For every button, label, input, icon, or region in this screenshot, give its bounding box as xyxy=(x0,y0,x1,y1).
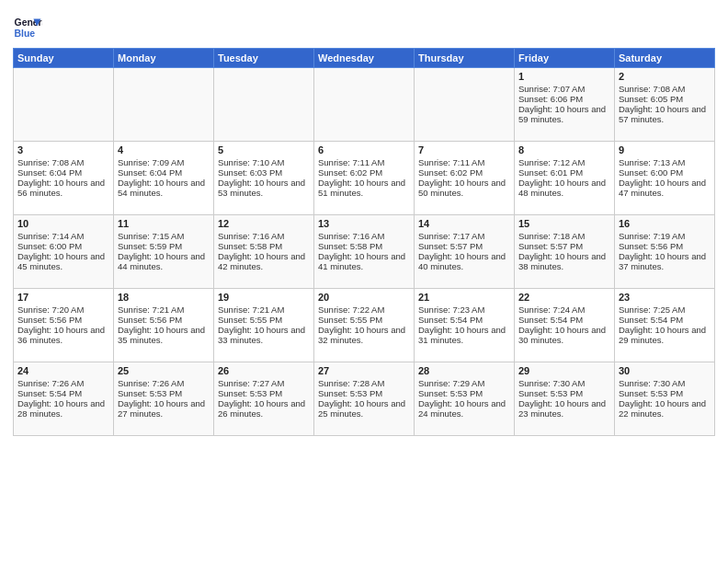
cell-content: Sunset: 6:02 PM xyxy=(418,167,510,178)
calendar-cell: 19Sunrise: 7:21 AMSunset: 5:55 PMDayligh… xyxy=(214,289,314,362)
cell-content: Daylight: 10 hours and 48 minutes. xyxy=(518,178,610,198)
calendar-cell xyxy=(314,68,415,142)
logo: General Blue xyxy=(13,13,42,42)
cell-content: Sunset: 5:53 PM xyxy=(318,388,410,398)
day-number: 30 xyxy=(619,365,711,376)
cell-content: Sunrise: 7:16 AM xyxy=(218,231,310,241)
cell-content: Sunrise: 7:26 AM xyxy=(118,378,210,388)
day-number: 1 xyxy=(518,71,610,82)
cell-content: Sunset: 5:58 PM xyxy=(218,241,310,251)
calendar-cell: 30Sunrise: 7:30 AMSunset: 5:53 PMDayligh… xyxy=(615,362,715,436)
cell-content: Daylight: 10 hours and 36 minutes. xyxy=(17,325,109,345)
day-number: 4 xyxy=(118,144,210,155)
calendar-cell: 25Sunrise: 7:26 AMSunset: 5:53 PMDayligh… xyxy=(114,362,214,436)
cell-content: Daylight: 10 hours and 37 minutes. xyxy=(619,251,711,271)
calendar-cell: 20Sunrise: 7:22 AMSunset: 5:55 PMDayligh… xyxy=(314,289,415,362)
calendar-table: SundayMondayTuesdayWednesdayThursdayFrid… xyxy=(13,48,715,436)
cell-content: Sunrise: 7:07 AM xyxy=(518,84,610,94)
cell-content: Daylight: 10 hours and 44 minutes. xyxy=(118,251,210,271)
cell-content: Daylight: 10 hours and 47 minutes. xyxy=(619,178,711,198)
cell-content: Sunset: 5:56 PM xyxy=(17,315,109,325)
day-number: 17 xyxy=(17,292,109,303)
cell-content: Daylight: 10 hours and 45 minutes. xyxy=(17,251,109,271)
cell-content: Daylight: 10 hours and 26 minutes. xyxy=(218,398,310,419)
logo-icon: General Blue xyxy=(13,13,42,42)
cell-content: Sunset: 6:05 PM xyxy=(619,94,711,104)
calendar-cell: 2Sunrise: 7:08 AMSunset: 6:05 PMDaylight… xyxy=(615,68,715,142)
cell-content: Sunrise: 7:27 AM xyxy=(218,378,310,388)
weekday-header: Wednesday xyxy=(314,49,415,68)
cell-content: Sunrise: 7:08 AM xyxy=(619,84,711,94)
calendar-cell xyxy=(114,68,214,142)
calendar-week-row: 3Sunrise: 7:08 AMSunset: 6:04 PMDaylight… xyxy=(14,142,715,215)
calendar-cell: 17Sunrise: 7:20 AMSunset: 5:56 PMDayligh… xyxy=(14,289,114,362)
calendar-cell: 12Sunrise: 7:16 AMSunset: 5:58 PMDayligh… xyxy=(214,215,314,289)
cell-content: Daylight: 10 hours and 41 minutes. xyxy=(318,251,410,271)
day-number: 7 xyxy=(418,144,510,155)
cell-content: Sunrise: 7:21 AM xyxy=(218,304,310,315)
cell-content: Daylight: 10 hours and 42 minutes. xyxy=(218,251,310,271)
calendar-cell: 14Sunrise: 7:17 AMSunset: 5:57 PMDayligh… xyxy=(415,215,515,289)
cell-content: Sunrise: 7:12 AM xyxy=(518,157,610,167)
calendar-cell: 26Sunrise: 7:27 AMSunset: 5:53 PMDayligh… xyxy=(214,362,314,436)
cell-content: Sunset: 5:54 PM xyxy=(17,388,109,398)
calendar-week-row: 1Sunrise: 7:07 AMSunset: 6:06 PMDaylight… xyxy=(14,68,715,142)
cell-content: Sunrise: 7:26 AM xyxy=(17,378,109,388)
cell-content: Sunrise: 7:23 AM xyxy=(418,304,510,315)
cell-content: Sunset: 6:04 PM xyxy=(118,167,210,178)
calendar-cell: 16Sunrise: 7:19 AMSunset: 5:56 PMDayligh… xyxy=(615,215,715,289)
cell-content: Sunrise: 7:09 AM xyxy=(118,157,210,167)
weekday-header: Sunday xyxy=(14,49,114,68)
calendar-cell: 6Sunrise: 7:11 AMSunset: 6:02 PMDaylight… xyxy=(314,142,415,215)
day-number: 18 xyxy=(118,292,210,303)
calendar-cell: 13Sunrise: 7:16 AMSunset: 5:58 PMDayligh… xyxy=(314,215,415,289)
weekday-header: Saturday xyxy=(615,49,715,68)
weekday-header: Thursday xyxy=(415,49,515,68)
calendar-week-row: 24Sunrise: 7:26 AMSunset: 5:54 PMDayligh… xyxy=(14,362,715,436)
cell-content: Sunset: 5:53 PM xyxy=(118,388,210,398)
calendar-cell: 10Sunrise: 7:14 AMSunset: 6:00 PMDayligh… xyxy=(14,215,114,289)
calendar-cell: 23Sunrise: 7:25 AMSunset: 5:54 PMDayligh… xyxy=(615,289,715,362)
cell-content: Daylight: 10 hours and 27 minutes. xyxy=(118,398,210,419)
weekday-header: Tuesday xyxy=(214,49,314,68)
calendar-cell xyxy=(214,68,314,142)
cell-content: Daylight: 10 hours and 50 minutes. xyxy=(418,178,510,198)
weekday-header: Friday xyxy=(515,49,615,68)
calendar-week-row: 17Sunrise: 7:20 AMSunset: 5:56 PMDayligh… xyxy=(14,289,715,362)
cell-content: Sunset: 6:01 PM xyxy=(518,167,610,178)
cell-content: Sunrise: 7:30 AM xyxy=(619,378,711,388)
day-number: 22 xyxy=(518,292,610,303)
cell-content: Sunset: 6:03 PM xyxy=(218,167,310,178)
cell-content: Sunset: 6:06 PM xyxy=(518,94,610,104)
cell-content: Sunrise: 7:11 AM xyxy=(318,157,410,167)
calendar-cell: 3Sunrise: 7:08 AMSunset: 6:04 PMDaylight… xyxy=(14,142,114,215)
cell-content: Sunset: 5:56 PM xyxy=(118,315,210,325)
cell-content: Daylight: 10 hours and 56 minutes. xyxy=(17,178,109,198)
cell-content: Daylight: 10 hours and 30 minutes. xyxy=(518,325,610,345)
calendar-cell: 21Sunrise: 7:23 AMSunset: 5:54 PMDayligh… xyxy=(415,289,515,362)
calendar-cell xyxy=(415,68,515,142)
cell-content: Sunrise: 7:10 AM xyxy=(218,157,310,167)
cell-content: Daylight: 10 hours and 53 minutes. xyxy=(218,178,310,198)
cell-content: Sunrise: 7:14 AM xyxy=(17,231,109,241)
cell-content: Sunrise: 7:13 AM xyxy=(619,157,711,167)
calendar-cell: 8Sunrise: 7:12 AMSunset: 6:01 PMDaylight… xyxy=(515,142,615,215)
cell-content: Daylight: 10 hours and 57 minutes. xyxy=(619,104,711,124)
cell-content: Sunset: 5:53 PM xyxy=(418,388,510,398)
day-number: 24 xyxy=(17,365,109,376)
cell-content: Sunrise: 7:15 AM xyxy=(118,231,210,241)
day-number: 10 xyxy=(17,218,109,229)
cell-content: Daylight: 10 hours and 24 minutes. xyxy=(418,398,510,419)
cell-content: Sunset: 5:55 PM xyxy=(218,315,310,325)
cell-content: Sunrise: 7:08 AM xyxy=(17,157,109,167)
cell-content: Sunset: 6:00 PM xyxy=(619,167,711,178)
cell-content: Sunset: 5:54 PM xyxy=(518,315,610,325)
cell-content: Daylight: 10 hours and 32 minutes. xyxy=(318,325,410,345)
day-number: 15 xyxy=(518,218,610,229)
day-number: 14 xyxy=(418,218,510,229)
cell-content: Sunrise: 7:17 AM xyxy=(418,231,510,241)
calendar-cell: 15Sunrise: 7:18 AMSunset: 5:57 PMDayligh… xyxy=(515,215,615,289)
calendar-header: SundayMondayTuesdayWednesdayThursdayFrid… xyxy=(14,49,715,68)
calendar-cell: 1Sunrise: 7:07 AMSunset: 6:06 PMDaylight… xyxy=(515,68,615,142)
cell-content: Sunrise: 7:18 AM xyxy=(518,231,610,241)
